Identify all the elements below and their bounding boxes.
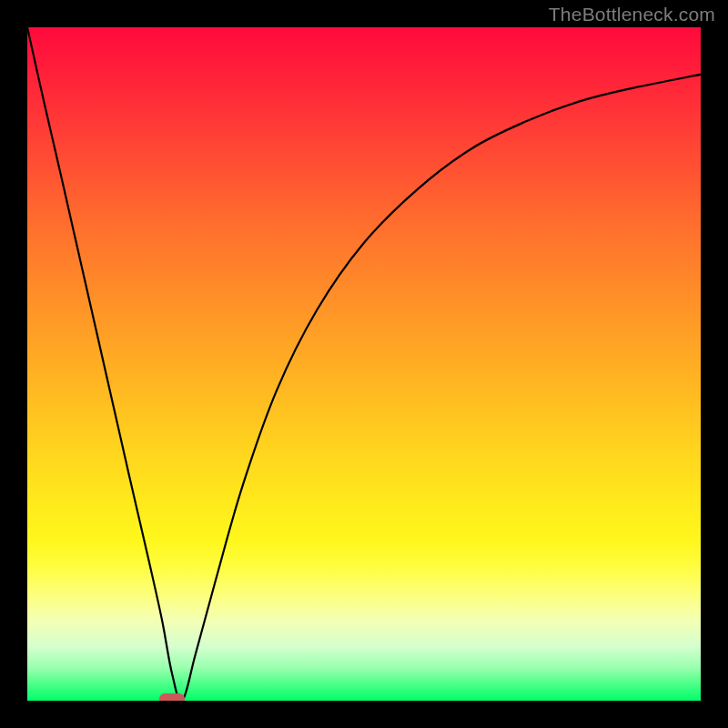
minimum-marker	[159, 693, 185, 701]
bottleneck-curve	[27, 27, 701, 701]
watermark-text: TheBottleneck.com	[549, 4, 715, 25]
chart-frame: TheBottleneck.com	[0, 0, 728, 728]
plot-area	[27, 27, 701, 701]
curve-layer	[27, 27, 701, 701]
